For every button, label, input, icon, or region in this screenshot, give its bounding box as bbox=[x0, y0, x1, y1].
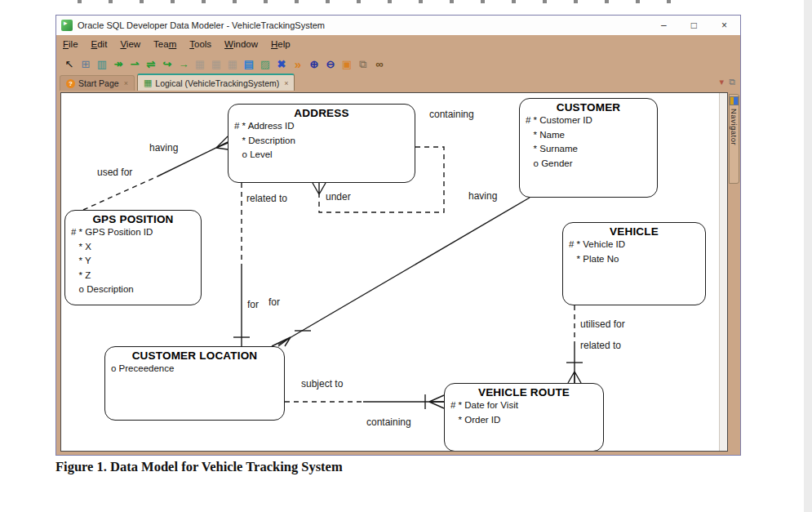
toolbar: ↖ ⊞ ▥ ↠ ⇀ ⇌ ↪ → ▦ ▦ ▦ ▤ ▨ ✖ » ⊕ ⊖ ▣ ⧉ ∞ bbox=[56, 53, 740, 74]
entity-attribute: o Level bbox=[229, 148, 415, 163]
menu-team[interactable]: Team bbox=[153, 39, 176, 49]
image-export-icon[interactable]: ▨ bbox=[257, 56, 273, 72]
relationship-label-related-to[interactable]: related to bbox=[245, 193, 289, 204]
entity-title: CUSTOMER LOCATION bbox=[105, 349, 284, 362]
menu-file[interactable]: File bbox=[63, 39, 78, 49]
entity-attribute: # * Date for Visit bbox=[445, 398, 603, 413]
entity-attribute: # * Address ID bbox=[229, 119, 415, 134]
relationship-label-for[interactable]: for bbox=[267, 296, 282, 308]
tab-logical-model[interactable]: ▦ Logical (VehicleTrackingSystem) × bbox=[137, 73, 295, 91]
navigator-icon bbox=[730, 96, 739, 105]
entity-attribute: # * Vehicle ID bbox=[563, 238, 705, 252]
relation-one-to-many-optional-icon[interactable]: ⇀ bbox=[126, 56, 143, 72]
note-disabled-icon: ▦ bbox=[224, 56, 241, 72]
navigator-gutter: Navigator bbox=[728, 91, 740, 455]
menu-tools[interactable]: Tools bbox=[189, 39, 211, 49]
float-group-icon[interactable]: ⧉ bbox=[729, 77, 735, 87]
document-page: Oracle SQL Developer Data Modeler - Vehi… bbox=[0, 0, 812, 512]
table-properties-icon[interactable]: ⊞ bbox=[78, 56, 94, 72]
diagram-capture-icon[interactable]: ▥ bbox=[94, 56, 110, 72]
close-icon[interactable]: × bbox=[124, 79, 128, 87]
entity-attribute: * Description bbox=[229, 134, 415, 149]
entity-attribute: * Name bbox=[520, 128, 657, 143]
tab-label: Start Page bbox=[78, 78, 119, 88]
entity-attribute: * Y bbox=[65, 254, 201, 269]
delete-icon[interactable]: ✖ bbox=[273, 56, 290, 72]
navigator-label: Navigator bbox=[730, 109, 739, 145]
page-margin-band bbox=[804, 0, 812, 512]
tab-strip: ? Start Page × ▦ Logical (VehicleTrackin… bbox=[56, 74, 740, 91]
entity-attribute: * Surname bbox=[520, 142, 657, 157]
close-button[interactable]: × bbox=[721, 20, 727, 31]
expand-toolbar-icon[interactable]: » bbox=[290, 56, 306, 72]
window-body: ADDRESS # * Address ID * Description o L… bbox=[56, 91, 740, 455]
relation-arrow-icon[interactable]: → bbox=[175, 56, 192, 72]
entity-gps-position[interactable]: GPS POSITION # * GPS Position ID * X * Y… bbox=[64, 210, 202, 305]
logical-model-icon: ▦ bbox=[144, 78, 152, 87]
entity-customer[interactable]: CUSTOMER # * Customer ID * Name * Surnam… bbox=[519, 98, 658, 198]
entity-title: ADDRESS bbox=[229, 107, 415, 119]
figure-caption: Figure 1. Data Model for Vehicle Trackin… bbox=[55, 459, 343, 475]
tab-list-dropdown-icon[interactable]: ▾ bbox=[720, 77, 725, 87]
new-display-icon[interactable]: ▤ bbox=[241, 56, 257, 72]
tab-start-page[interactable]: ? Start Page × bbox=[60, 75, 135, 91]
entity-title: VEHICLE ROUTE bbox=[445, 386, 603, 398]
title-bar: Oracle SQL Developer Data Modeler - Vehi… bbox=[56, 16, 740, 35]
entity-attribute: # * Customer ID bbox=[520, 114, 657, 128]
entity-attribute: # * GPS Position ID bbox=[65, 225, 201, 240]
crow-foot bbox=[429, 395, 444, 408]
entity-vehicle[interactable]: VEHICLE # * Vehicle ID * Plate No bbox=[562, 222, 706, 305]
table-disabled-icon: ▦ bbox=[192, 56, 208, 72]
clipped-text-fragments bbox=[78, 0, 673, 3]
entity-attribute: * Z bbox=[65, 269, 201, 283]
menu-window[interactable]: Window bbox=[224, 39, 258, 49]
entity-title: CUSTOMER bbox=[520, 101, 657, 114]
menu-view[interactable]: View bbox=[120, 39, 140, 49]
maximize-button[interactable]: □ bbox=[691, 20, 697, 31]
entity-attribute: o Description bbox=[65, 283, 201, 297]
menu-bar: File Edit View Team Tools Window Help bbox=[56, 35, 740, 53]
zoom-out-icon[interactable]: ⊖ bbox=[322, 56, 339, 72]
relationship-label-subject-to[interactable]: subject to bbox=[300, 378, 344, 390]
relationship-label-having[interactable]: having bbox=[467, 190, 499, 202]
entity-address[interactable]: ADDRESS # * Address ID * Description o L… bbox=[228, 104, 415, 183]
entity-attribute: * X bbox=[65, 240, 201, 255]
entity-vehicle-route[interactable]: VEHICLE ROUTE # * Date for Visit * Order… bbox=[444, 383, 604, 452]
minimize-button[interactable]: – bbox=[661, 20, 667, 31]
diagram-canvas[interactable]: ADDRESS # * Address ID * Description o L… bbox=[60, 92, 728, 452]
app-window: Oracle SQL Developer Data Modeler - Vehi… bbox=[55, 15, 741, 456]
entity-attribute: * Order ID bbox=[445, 413, 603, 428]
tab-label: Logical (VehicleTrackingSystem) bbox=[155, 78, 279, 88]
relationship-label-containing[interactable]: containing bbox=[428, 109, 476, 120]
window-title: Oracle SQL Developer Data Modeler - Vehi… bbox=[78, 20, 645, 30]
zoom-in-icon[interactable]: ⊕ bbox=[306, 56, 322, 72]
relation-self-icon[interactable]: ↪ bbox=[159, 56, 175, 72]
relation-many-to-many-icon[interactable]: ⇌ bbox=[143, 56, 159, 72]
view-disabled-icon: ▦ bbox=[208, 56, 224, 72]
pointer-icon[interactable]: ↖ bbox=[61, 56, 78, 72]
relationship-label-related-to[interactable]: related to bbox=[579, 340, 623, 351]
relationship-label-under[interactable]: under bbox=[324, 191, 353, 203]
relationship-label-utilised-for[interactable]: utilised for bbox=[579, 318, 627, 330]
close-icon[interactable]: × bbox=[284, 79, 288, 87]
relationship-line-customer-custloc[interactable] bbox=[278, 198, 530, 345]
navigator-tab[interactable]: Navigator bbox=[729, 94, 739, 184]
relationship-line-gps-address[interactable] bbox=[83, 176, 158, 210]
entity-customer-location[interactable]: CUSTOMER LOCATION o Preceedence bbox=[104, 346, 285, 421]
float-view-icon[interactable]: ⧉ bbox=[355, 56, 371, 72]
crow-foot bbox=[568, 372, 581, 383]
help-icon: ? bbox=[66, 79, 75, 88]
fit-screen-icon[interactable]: ▣ bbox=[339, 56, 355, 72]
entity-attribute: o Gender bbox=[520, 157, 657, 171]
menu-edit[interactable]: Edit bbox=[91, 39, 108, 49]
entity-attribute: * Plate No bbox=[563, 252, 705, 267]
relationship-label-used-for[interactable]: used for bbox=[95, 167, 134, 178]
relationship-label-for[interactable]: for bbox=[246, 299, 260, 310]
menu-help[interactable]: Help bbox=[271, 39, 291, 49]
relation-one-to-many-icon[interactable]: ↠ bbox=[110, 56, 126, 72]
relationship-label-having[interactable]: having bbox=[148, 142, 180, 154]
relationship-label-containing[interactable]: containing bbox=[365, 416, 413, 428]
search-binoculars-icon[interactable]: ∞ bbox=[371, 56, 388, 72]
entity-title: VEHICLE bbox=[563, 225, 705, 238]
entity-title: GPS POSITION bbox=[65, 213, 201, 225]
